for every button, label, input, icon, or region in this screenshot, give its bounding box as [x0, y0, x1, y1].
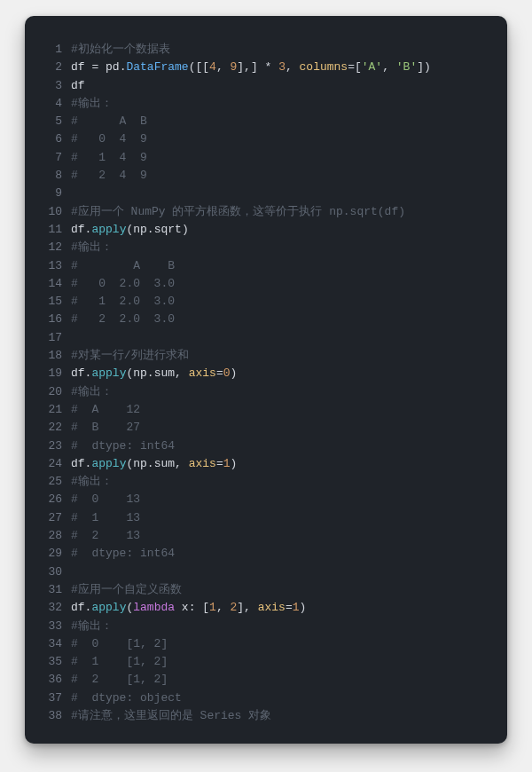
token-op: =[: [348, 60, 362, 74]
code-line: 36# 2 [1, 2]: [25, 671, 507, 689]
line-number: 15: [25, 293, 71, 311]
line-number: 11: [25, 221, 71, 239]
code-line: 35# 1 [1, 2]: [25, 653, 507, 671]
code-line: 32df.apply(lambda x: [1, 2], axis=1): [25, 599, 507, 617]
code-line: 4#输出：: [25, 95, 507, 113]
line-content: # 0 [1, 2]: [71, 635, 507, 653]
code-line: 2df = pd.DataFrame([[4, 9],] * 3, column…: [25, 59, 507, 76]
token-ident: x: [175, 601, 189, 614]
line-content: #输出：: [71, 95, 507, 113]
token-ident: df: [71, 223, 85, 236]
token-comment: # dtype: int64: [71, 547, 175, 560]
line-number: 22: [25, 419, 71, 437]
token-op: ): [231, 457, 238, 470]
code-block: 1#初始化一个数据表2df = pd.DataFrame([[4, 9],] *…: [25, 41, 507, 725]
code-line: 37# dtype: object: [25, 689, 507, 707]
token-op: =: [216, 457, 223, 470]
token-comment: #输出：: [71, 619, 113, 633]
code-line: 13# A B: [25, 257, 507, 275]
line-content: df: [71, 77, 507, 95]
line-number: 31: [25, 581, 71, 599]
token-comment: # A B: [71, 114, 147, 128]
token-comment: # A B: [71, 259, 175, 272]
code-line: 10#应用一个 NumPy 的平方根函数，这等价于执行 np.sqrt(df): [25, 203, 507, 221]
code-line: 28# 2 13: [25, 527, 507, 545]
token-ident: np: [133, 457, 147, 470]
code-line: 25#输出：: [25, 473, 507, 491]
token-ident: pd: [106, 60, 120, 74]
token-ident: np: [133, 366, 147, 380]
line-number: 14: [25, 275, 71, 293]
token-comment: # 1 [1, 2]: [71, 655, 168, 668]
token-comment: #输出：: [71, 97, 113, 110]
token-num: 3: [278, 60, 286, 74]
line-content: #初始化一个数据表: [71, 41, 507, 59]
code-line: 31#应用一个自定义函数: [25, 581, 507, 599]
line-number: 8: [25, 167, 71, 185]
token-ident: df: [71, 601, 85, 614]
token-op: ,: [175, 366, 189, 380]
line-number: 34: [25, 635, 71, 653]
line-content: #应用一个 NumPy 的平方根函数，这等价于执行 np.sqrt(df): [71, 203, 507, 221]
token-comment: # 0 2.0 3.0: [71, 277, 175, 290]
token-ident: sum: [154, 457, 175, 470]
code-line: 12#输出：: [25, 239, 507, 256]
line-number: 19: [25, 365, 71, 382]
line-content: # 2 [1, 2]: [71, 671, 507, 689]
code-line: 24df.apply(np.sum, axis=1): [25, 455, 507, 473]
token-attr: apply: [91, 223, 126, 236]
token-op: ,: [216, 601, 231, 614]
line-content: #输出：: [71, 239, 507, 256]
code-line: 20#输出：: [25, 383, 507, 401]
token-comment: # 2 4 9: [71, 169, 147, 182]
token-comment: # 0 [1, 2]: [71, 637, 168, 650]
line-number: 33: [25, 618, 71, 635]
token-op: ,: [175, 457, 189, 470]
line-content: # 2 2.0 3.0: [71, 311, 507, 328]
code-line: 16# 2 2.0 3.0: [25, 311, 507, 328]
token-op: =: [91, 60, 106, 74]
code-line: 3df: [25, 77, 507, 95]
token-comment: #输出：: [71, 475, 113, 488]
line-content: # 1 [1, 2]: [71, 653, 507, 671]
code-line: 11df.apply(np.sqrt): [25, 221, 507, 239]
token-func: DataFrame: [126, 60, 188, 74]
token-ident: df: [71, 457, 85, 470]
token-num: 1: [293, 601, 300, 614]
line-content: df.apply(np.sum, axis=0): [71, 365, 507, 382]
code-line: 15# 1 2.0 3.0: [25, 293, 507, 311]
line-number: 23: [25, 437, 71, 455]
line-content: # 0 4 9: [71, 130, 507, 148]
token-param: axis: [189, 366, 216, 380]
line-number: 27: [25, 509, 71, 527]
token-comment: #输出：: [71, 240, 113, 254]
token-comment: #应用一个 NumPy 的平方根函数，这等价于执行 np.sqrt(df): [71, 205, 405, 218]
line-content: #输出：: [71, 618, 507, 635]
code-line: 9: [25, 185, 507, 202]
token-ident: sum: [154, 366, 175, 380]
token-comment: # 2 [1, 2]: [71, 673, 168, 686]
line-content: [71, 185, 507, 202]
line-number: 13: [25, 257, 71, 275]
line-content: #请注意，这里返回的是 Series 对象: [71, 707, 507, 725]
line-number: 17: [25, 329, 71, 347]
token-comment: # 1 2.0 3.0: [71, 295, 175, 308]
line-content: #输出：: [71, 383, 507, 401]
token-op: ]): [417, 60, 431, 74]
token-comment: #应用一个自定义函数: [71, 583, 182, 596]
line-number: 32: [25, 599, 71, 617]
line-content: df.apply(np.sum, axis=1): [71, 455, 507, 473]
line-number: 37: [25, 689, 71, 707]
line-content: # 2 13: [71, 527, 507, 545]
token-str: 'B': [396, 60, 417, 74]
token-num: 1: [223, 457, 231, 470]
token-comment: # 0 13: [71, 492, 140, 506]
code-editor-card: 1#初始化一个数据表2df = pd.DataFrame([[4, 9],] *…: [25, 16, 507, 744]
line-number: 1: [25, 41, 71, 59]
token-comment: #请注意，这里返回的是 Series 对象: [71, 709, 271, 722]
line-content: # 2 4 9: [71, 167, 507, 185]
token-comment: # 2 2.0 3.0: [71, 312, 175, 326]
line-content: # A B: [71, 257, 507, 275]
token-op: ([[: [189, 60, 209, 74]
token-op: ,: [216, 60, 231, 74]
